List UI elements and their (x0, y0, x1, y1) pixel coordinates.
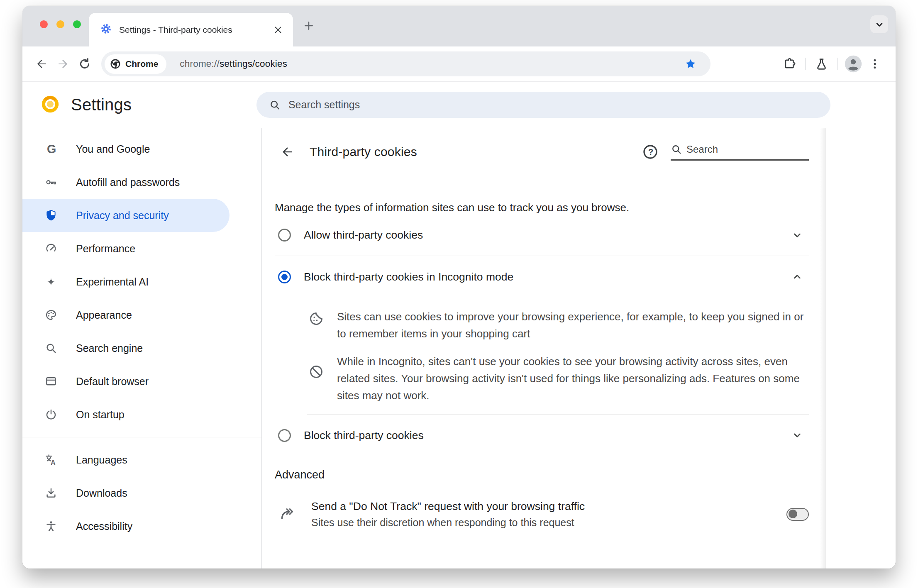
chevron-up-icon[interactable] (786, 265, 809, 288)
settings-content: Third-party cookies ? (262, 128, 896, 568)
extensions-icon[interactable] (779, 53, 800, 75)
browser-toolbar: Chrome chrome://settings/cookies (22, 46, 896, 82)
option-label: Block third-party cookies (304, 429, 424, 442)
google-g-icon: G (45, 143, 57, 155)
sidebar-item-search-engine[interactable]: Search engine (22, 332, 261, 365)
browser-window: Settings - Third-party cookies (22, 6, 896, 568)
tab-settings[interactable]: Settings - Third-party cookies (89, 13, 293, 46)
key-icon (45, 176, 57, 188)
browser-window-icon (45, 375, 57, 388)
incognito-detail-text: Sites can use cookies to improve your br… (337, 308, 809, 342)
sidebar-item-label: Privacy and security (76, 210, 169, 222)
sidebar-item-label: Accessibility (76, 520, 132, 532)
option-label: Allow third-party cookies (304, 229, 423, 242)
advanced-section-label: Advanced (275, 468, 809, 481)
sidebar-divider (22, 437, 261, 437)
sidebar-item-on-startup[interactable]: On startup (22, 398, 261, 431)
sidebar-item-languages[interactable]: A Languages (22, 443, 261, 476)
sidebar-item-default-browser[interactable]: Default browser (22, 365, 261, 398)
incognito-detail-row: Sites can use cookies to improve your br… (275, 308, 809, 342)
row-divider (778, 264, 778, 290)
sparkle-icon (45, 276, 57, 288)
panel-title: Third-party cookies (310, 145, 417, 159)
sidebar-item-privacy-and-security[interactable]: Privacy and security (22, 199, 261, 232)
option-allow-third-party-cookies[interactable]: Allow third-party cookies (275, 215, 809, 256)
chrome-site-chip[interactable]: Chrome (105, 54, 166, 74)
search-icon (671, 144, 682, 155)
close-window-button[interactable] (40, 20, 48, 28)
panel-search-field[interactable] (671, 144, 809, 161)
chrome-chip-label: Chrome (125, 59, 158, 69)
settings-main: G You and Google Autofill and passwords (22, 128, 896, 568)
option-label: Block third-party cookies in Incognito m… (304, 271, 513, 283)
svg-text:G: G (47, 143, 56, 155)
minimize-window-button[interactable] (56, 20, 64, 28)
settings-gear-favicon-icon (100, 22, 112, 37)
sidebar-item-appearance[interactable]: Appearance (22, 298, 261, 332)
option-block-cookies-incognito[interactable]: Block third-party cookies in Incognito m… (275, 256, 809, 298)
tab-search-chevron-button[interactable] (870, 15, 888, 33)
incognito-detail-text: While in Incognito, sites can't use your… (337, 353, 809, 404)
radio-unselected[interactable] (278, 429, 291, 442)
accessibility-person-icon (45, 520, 57, 532)
bookmark-star-icon[interactable] (680, 53, 701, 75)
do-not-track-subtitle: Sites use their discretion when respondi… (311, 515, 585, 530)
tab-close-icon[interactable] (271, 22, 286, 37)
tab-title: Settings - Third-party cookies (119, 25, 271, 35)
sidebar-item-accessibility[interactable]: Accessibility (22, 510, 261, 543)
forward-icon[interactable] (52, 53, 74, 75)
cookie-icon (308, 311, 324, 342)
chevron-down-icon[interactable] (786, 224, 809, 247)
svg-text:A: A (51, 459, 55, 466)
reload-icon[interactable] (74, 53, 95, 75)
settings-sidebar: G You and Google Autofill and passwords (22, 128, 262, 568)
privacy-shield-icon (45, 209, 57, 222)
chevron-down-icon[interactable] (786, 424, 809, 447)
labs-flask-icon[interactable] (811, 53, 832, 75)
new-tab-button[interactable] (300, 17, 318, 35)
blocked-icon (308, 364, 324, 404)
sidebar-item-performance[interactable]: Performance (22, 232, 261, 265)
maximize-window-button[interactable] (73, 20, 81, 28)
chrome-logo-icon (110, 58, 121, 70)
palette-icon (45, 309, 57, 321)
sidebar-item-label: Performance (76, 243, 135, 255)
row-divider (778, 422, 778, 448)
sidebar-item-label: Experimental AI (76, 276, 149, 288)
radio-unselected[interactable] (278, 229, 291, 242)
settings-search-input[interactable] (288, 99, 818, 111)
card-right-shadow (820, 128, 826, 568)
sidebar-item-autofill[interactable]: Autofill and passwords (22, 166, 261, 199)
url-path: settings/cookies (220, 59, 287, 69)
settings-header: Settings (22, 82, 896, 128)
do-not-track-texts: Send a "Do Not Track" request with your … (311, 498, 585, 530)
kebab-menu-icon[interactable] (864, 53, 886, 75)
panel-search-input[interactable] (686, 144, 809, 155)
sidebar-item-experimental-ai[interactable]: Experimental AI (22, 265, 261, 298)
help-icon[interactable]: ? (641, 142, 660, 161)
toggle-knob (789, 510, 797, 518)
url-scheme: chrome:// (180, 59, 220, 69)
panel-back-icon[interactable] (277, 142, 297, 162)
address-bar[interactable]: Chrome chrome://settings/cookies (101, 51, 710, 76)
sidebar-item-label: Search engine (76, 342, 143, 354)
sidebar-item-downloads[interactable]: Downloads (22, 476, 261, 510)
sidebar-item-you-and-google[interactable]: G You and Google (22, 132, 261, 166)
panel-header: Third-party cookies ? (275, 128, 809, 176)
svg-text:?: ? (648, 147, 653, 156)
sidebar-item-label: Default browser (76, 376, 149, 388)
settings-logo-icon (41, 95, 59, 115)
sidebar-item-label: You and Google (76, 143, 150, 155)
sidebar-item-label: Downloads (76, 487, 127, 499)
back-icon[interactable] (31, 53, 52, 75)
tab-strip: Settings - Third-party cookies (22, 6, 896, 46)
sidebar-item-label: Autofill and passwords (76, 176, 180, 188)
magnifier-icon (45, 342, 57, 354)
do-not-track-arrow-icon (279, 505, 295, 523)
do-not-track-toggle[interactable] (786, 508, 809, 521)
option-block-third-party-cookies[interactable]: Block third-party cookies (275, 415, 809, 456)
sidebar-item-label: Appearance (76, 309, 132, 321)
settings-search-box[interactable] (256, 92, 830, 118)
radio-selected[interactable] (278, 271, 291, 283)
profile-avatar-icon[interactable] (842, 53, 864, 75)
